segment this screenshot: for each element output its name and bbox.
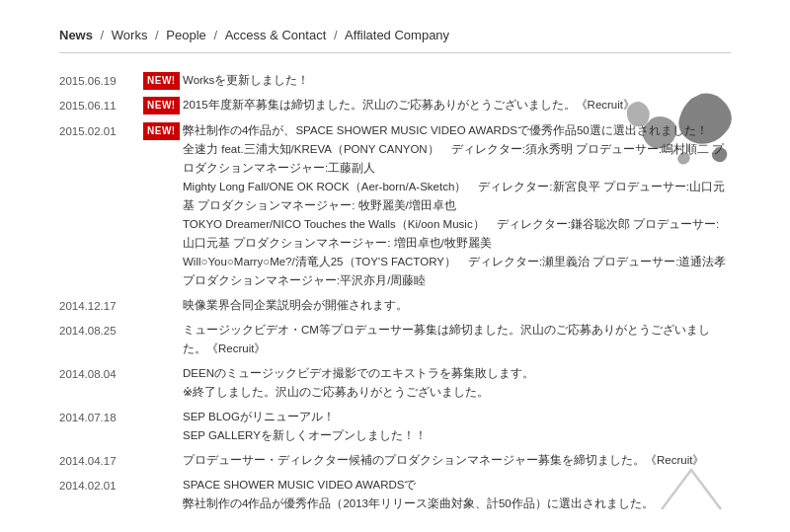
- news-badge: NEW!: [143, 71, 183, 90]
- breadcrumb-affiliated[interactable]: Affilated Company: [345, 28, 449, 42]
- news-item: 2014.07.18SEP BLOGがリニューアル！SEP GALLERYを新し…: [59, 408, 731, 445]
- new-badge-label: NEW!: [143, 97, 180, 114]
- news-date: 2014.08.04: [59, 364, 143, 383]
- news-content: SPACE SHOWER MUSIC VIDEO AWARDSで弊社制作の4作品…: [183, 476, 731, 513]
- news-content: ミュージックビデオ・CM等プロデューサー募集は締切ました。沢山のご応募ありがとう…: [183, 321, 731, 358]
- news-item: 2014.12.17映像業界合同企業説明会が開催されます。: [59, 296, 731, 315]
- new-badge-label: NEW!: [143, 122, 180, 140]
- news-date: 2015.06.19: [59, 71, 143, 90]
- news-date: 2014.04.17: [59, 451, 143, 470]
- breadcrumb-sep-4: /: [334, 28, 341, 42]
- news-item: 2014.04.17プロデューサー・ディレクター候補のプロダクションマネージャー…: [59, 451, 731, 470]
- news-content: プロデューサー・ディレクター候補のプロダクションマネージャー募集を締切ました。《…: [183, 451, 731, 470]
- news-date: 2014.02.01: [59, 476, 143, 494]
- decorative-map: [622, 89, 741, 178]
- new-badge-label: NEW!: [143, 72, 180, 90]
- news-item: 2014.08.25ミュージックビデオ・CM等プロデューサー募集は締切ました。沢…: [59, 321, 731, 358]
- breadcrumb-access[interactable]: Access & Contact: [225, 28, 327, 42]
- news-content: SEP BLOGがリニューアル！SEP GALLERYを新しくオープンしました！…: [183, 408, 731, 445]
- news-date: 2014.12.17: [59, 296, 143, 315]
- news-item: 2015.06.19NEW!Worksを更新しました！: [59, 71, 731, 90]
- breadcrumb-current[interactable]: News: [59, 28, 93, 42]
- news-content: 映像業界合同企業説明会が開催されます。: [183, 296, 731, 315]
- breadcrumb: News / Works / People / Access & Contact…: [59, 28, 731, 53]
- breadcrumb-sep-3: /: [213, 28, 220, 42]
- breadcrumb-people[interactable]: People: [166, 28, 205, 42]
- news-date: 2015.02.01: [59, 121, 143, 140]
- news-content: DEENのミュージックビデオ撮影でのエキストラを募集敗します。※終了しました。沢…: [183, 364, 731, 402]
- news-date: 2014.07.18: [59, 408, 143, 426]
- breadcrumb-works[interactable]: Works: [112, 28, 148, 42]
- page-wrapper: News / Works / People / Access & Contact…: [0, 0, 790, 532]
- news-date: 2015.06.11: [59, 96, 143, 114]
- decorative-arrow: [652, 460, 731, 519]
- news-content: Worksを更新しました！: [183, 71, 731, 90]
- news-badge: NEW!: [143, 96, 183, 114]
- news-item: 2014.02.01SPACE SHOWER MUSIC VIDEO AWARD…: [59, 476, 731, 513]
- news-date: 2014.08.25: [59, 321, 143, 340]
- news-item: 2014.08.04DEENのミュージックビデオ撮影でのエキストラを募集敗します…: [59, 364, 731, 402]
- news-badge: NEW!: [143, 121, 183, 140]
- breadcrumb-sep-2: /: [155, 28, 162, 42]
- breadcrumb-sep-1: /: [101, 28, 108, 42]
